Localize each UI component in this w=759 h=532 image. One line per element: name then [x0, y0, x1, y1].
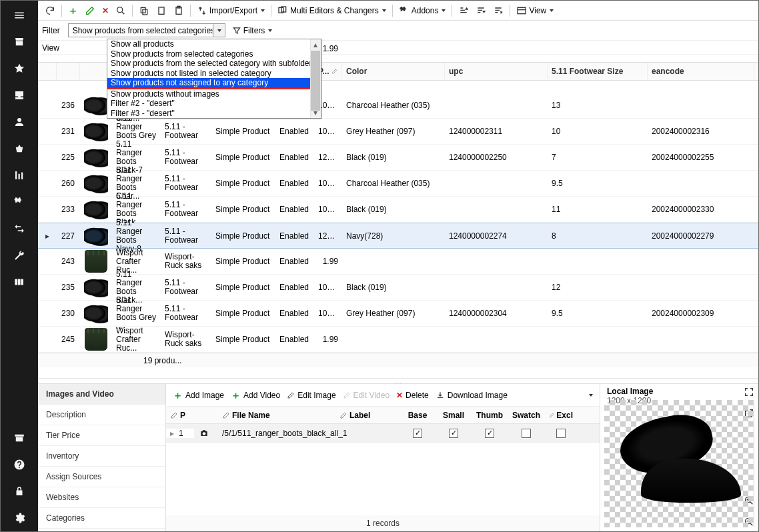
table-row[interactable]: ▸2275.11 Ranger Boots Navy-85.11 - Footw… — [38, 223, 758, 249]
refresh-button[interactable] — [42, 4, 58, 17]
checkbox[interactable] — [485, 429, 494, 438]
detail-tab[interactable]: Websites — [38, 487, 165, 508]
sidebar-transfer-icon[interactable] — [1, 215, 38, 242]
sidebar-menu-icon[interactable] — [1, 2, 38, 29]
camera-icon — [194, 429, 218, 438]
product-thumbnail — [80, 147, 112, 167]
product-thumbnail — [80, 121, 112, 141]
sidebar-user-icon[interactable] — [1, 109, 38, 135]
scroll-up-icon[interactable]: ▴ — [310, 39, 321, 50]
edit-image-button[interactable]: Edit Image — [287, 391, 335, 400]
horizontal-splitter[interactable]: … — [38, 378, 758, 383]
scroll-down-icon[interactable]: ▾ — [310, 107, 321, 118]
product-thumbnail — [80, 226, 112, 246]
multi-editors-menu[interactable]: Multi Editors & Changers — [275, 4, 389, 17]
filter-option[interactable]: Show products not listed in selected cat… — [107, 69, 321, 79]
product-thumbnail — [80, 199, 112, 219]
product-thumbnail — [80, 250, 112, 273]
clear-sort-button[interactable] — [490, 4, 506, 17]
sidebar-store-icon[interactable] — [1, 29, 38, 55]
view-label: View — [529, 6, 546, 15]
detail-tab[interactable]: Categories — [38, 508, 165, 529]
filter-option[interactable]: Show products from selected categories — [107, 49, 321, 59]
table-row[interactable]: 245Wisport Crafter Ruc...Wisport-Ruck sa… — [38, 327, 758, 353]
detail-toolbar: ＋Add Image ＋Add Video Edit Image Edit Vi… — [166, 384, 600, 407]
filter-dropdown: Show all productsShow products from sele… — [107, 39, 321, 119]
add-image-button[interactable]: ＋Add Image — [173, 390, 224, 400]
svg-point-9 — [203, 432, 206, 435]
table-row[interactable]: 2305.11 Ranger Boots Grey ...5.11 - Foot… — [38, 301, 758, 327]
filter-bar: Filter Show products from selected categ… — [38, 21, 758, 41]
sidebar-gear-icon[interactable] — [1, 505, 38, 531]
checkbox[interactable] — [449, 429, 458, 438]
sidebar-inbox-icon[interactable] — [1, 82, 38, 109]
paste-button[interactable] — [171, 4, 187, 17]
detail-tab[interactable]: Description — [38, 405, 165, 425]
clipboard-button[interactable] — [153, 4, 169, 17]
scroll-thumb[interactable] — [311, 51, 320, 111]
sidebar-chart-icon[interactable] — [1, 162, 38, 189]
product-thumbnail — [80, 173, 112, 193]
dropdown-scrollbar[interactable]: ▴ ▾ — [310, 39, 321, 118]
sidebar-help-icon[interactable] — [1, 451, 38, 478]
filter-option[interactable]: Filter #2 - "desert" — [107, 99, 321, 109]
detail-pane: Images and VideoDescriptionTier PriceInv… — [38, 383, 758, 531]
detail-tab[interactable]: Inventory — [38, 446, 165, 467]
preview-image — [604, 400, 754, 527]
filter-option[interactable]: Show products without images — [107, 89, 321, 99]
checkbox[interactable] — [522, 429, 531, 438]
sidebar-basket-icon[interactable] — [1, 135, 38, 162]
download-image-button[interactable]: Download Image — [436, 391, 508, 400]
col-ean[interactable]: eancode — [648, 63, 754, 80]
filter-combo-button[interactable] — [213, 24, 225, 37]
filter-label: Filter — [42, 23, 64, 38]
sort-desc-button[interactable] — [473, 4, 489, 17]
svg-rect-8 — [518, 7, 526, 13]
col-upc[interactable]: upc — [445, 63, 548, 80]
filter-option[interactable]: Show products not assigned to any catego… — [107, 78, 321, 89]
add-video-button[interactable]: ＋Add Video — [231, 390, 280, 400]
sidebar-puzzle-icon[interactable] — [1, 189, 38, 215]
filters-menu[interactable]: Filters — [229, 25, 275, 37]
app-sidebar — [1, 1, 38, 531]
sidebar-star-icon[interactable] — [1, 55, 38, 82]
search-button[interactable] — [113, 4, 129, 17]
col-size[interactable]: 5.11 Footwear Size — [548, 63, 648, 80]
filter-combo[interactable]: Show products from selected categories — [68, 23, 225, 37]
sidebar-columns-icon[interactable] — [1, 269, 38, 295]
filter-option[interactable]: Show all products — [107, 39, 321, 49]
detail-tab[interactable]: Assign Sources — [38, 467, 165, 487]
filters-label: Filters — [243, 26, 265, 35]
edit-video-button: Edit Video — [343, 391, 390, 400]
sidebar-lock-icon[interactable] — [1, 478, 38, 505]
col-color[interactable]: Color — [342, 63, 445, 80]
sidebar-archive-icon[interactable] — [1, 425, 38, 451]
sort-asc-button[interactable] — [456, 4, 472, 17]
product-thumbnail — [80, 328, 112, 351]
image-row[interactable]: ▸1/5/1/511_ranger_boots_black_all_1 — [166, 424, 600, 443]
product-thumbnail — [80, 303, 112, 323]
detail-tabs: Images and VideoDescriptionTier PriceInv… — [38, 384, 166, 531]
detail-tab[interactable]: Tier Price — [38, 425, 165, 446]
detail-more-menu[interactable] — [588, 394, 593, 397]
filter-option[interactable]: Show products from the selected category… — [107, 59, 321, 69]
view-menu[interactable]: View — [514, 4, 556, 17]
copy-button[interactable] — [136, 4, 152, 17]
delete-image-button[interactable]: ✕Delete — [396, 391, 429, 400]
svg-point-0 — [117, 7, 123, 12]
sidebar-wrench-icon[interactable] — [1, 242, 38, 269]
checkbox[interactable] — [556, 429, 566, 438]
top-toolbar: ＋ ✕ Import/Export Multi Editors & Change… — [38, 1, 758, 21]
detail-footer: 1 records — [166, 515, 600, 531]
checkbox[interactable] — [413, 429, 422, 438]
edit-button[interactable] — [82, 4, 98, 17]
import-export-menu[interactable]: Import/Export — [194, 4, 267, 17]
fullscreen-icon[interactable] — [744, 387, 754, 397]
filter-combo-text: Show products from selected categories — [69, 26, 213, 35]
add-button[interactable]: ＋ — [65, 4, 81, 17]
filter-option[interactable]: Filter #3 - "desert" — [107, 109, 321, 119]
addons-menu[interactable]: Addons — [396, 4, 449, 17]
detail-tab[interactable]: Images and Video — [38, 384, 165, 405]
preview-title: Local Image — [607, 387, 653, 396]
delete-button[interactable]: ✕ — [99, 5, 111, 17]
